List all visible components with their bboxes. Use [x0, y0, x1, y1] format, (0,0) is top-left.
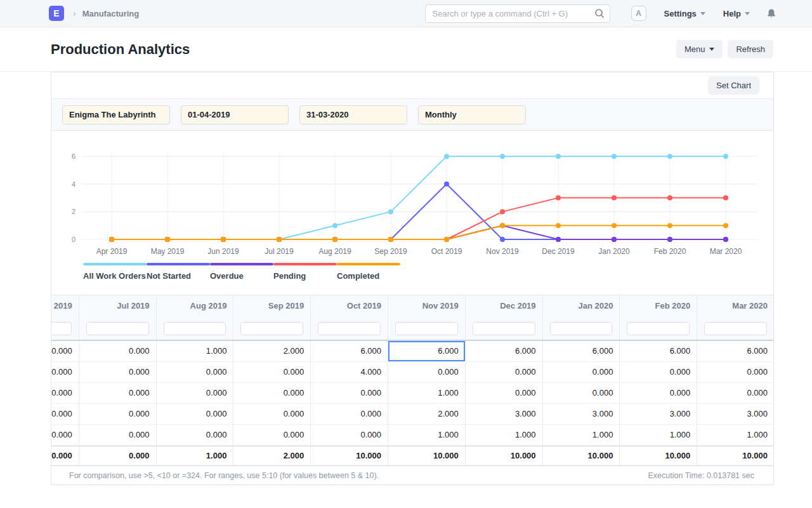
column-filter-input[interactable] [86, 322, 149, 335]
total-cell[interactable]: 1.000 [157, 446, 234, 465]
table-cell[interactable]: 0.000 [233, 383, 311, 403]
table-cell[interactable]: 6.000 [388, 341, 466, 361]
table-cell[interactable]: 0.000 [51, 341, 79, 361]
column-header[interactable]: Nov 2019 [388, 295, 466, 317]
column-filter-input[interactable] [395, 322, 458, 335]
help-menu[interactable]: Help [723, 9, 750, 18]
refresh-button[interactable]: Refresh [728, 40, 773, 58]
table-cell[interactable]: 0.000 [157, 425, 234, 445]
table-cell[interactable]: 0.000 [697, 362, 773, 382]
table-cell[interactable]: 0.000 [79, 425, 157, 445]
table-cell[interactable]: 0.000 [79, 404, 157, 424]
table-cell[interactable]: 1.000 [388, 383, 466, 403]
table-cell[interactable]: 6.000 [311, 341, 388, 361]
table-cell[interactable]: 0.000 [311, 404, 388, 424]
table-cell[interactable]: 6.000 [697, 341, 773, 361]
filter-cell [79, 317, 157, 340]
table-cell[interactable]: 0.000 [620, 362, 697, 382]
breadcrumb[interactable]: Manufacturing [82, 9, 140, 18]
table-cell[interactable]: 1.000 [157, 341, 234, 361]
legend-item[interactable]: Pending [273, 263, 337, 281]
column-filter-input[interactable] [473, 322, 535, 335]
legend-item[interactable]: Overdue [210, 263, 273, 281]
total-cell[interactable]: 0.000 [51, 446, 79, 465]
column-filter-input[interactable] [627, 322, 690, 335]
table-cell[interactable]: 3.000 [543, 404, 620, 424]
table-cell[interactable]: 0.000 [311, 425, 388, 445]
column-header[interactable]: Sep 2019 [233, 295, 311, 317]
legend-item[interactable]: Completed [337, 263, 400, 281]
table-cell[interactable]: 1.000 [388, 425, 466, 445]
table-cell[interactable]: 0.000 [388, 362, 466, 382]
settings-menu[interactable]: Settings [664, 9, 705, 18]
avatar[interactable]: A [631, 6, 646, 21]
total-cell[interactable]: 10.000 [543, 446, 620, 465]
table-cell[interactable]: 0.000 [620, 383, 697, 403]
notifications-bell-icon[interactable] [766, 8, 776, 19]
app-logo[interactable]: E [49, 6, 64, 21]
table-cell[interactable]: 0.000 [233, 404, 311, 424]
column-header[interactable]: Aug 2019 [157, 295, 234, 317]
table-cell[interactable]: 6.000 [466, 341, 543, 361]
table-cell[interactable]: 0.000 [466, 383, 543, 403]
table-cell[interactable]: 3.000 [697, 404, 773, 424]
table-cell[interactable]: 0.000 [79, 362, 157, 382]
filter-item[interactable] [62, 105, 170, 124]
filter-to-date[interactable] [299, 105, 407, 124]
table-cell[interactable]: 4.000 [311, 362, 388, 382]
table-cell[interactable]: 0.000 [233, 362, 311, 382]
column-header[interactable]: Mar 2020 [697, 295, 773, 317]
table-cell[interactable]: 0.000 [466, 362, 543, 382]
column-header[interactable]: Feb 2020 [620, 295, 697, 317]
table-cell[interactable]: 0.000 [233, 425, 311, 445]
table-cell[interactable]: 0.000 [543, 362, 620, 382]
column-filter-input[interactable] [164, 322, 226, 335]
column-filter-input[interactable] [550, 322, 613, 335]
legend-item[interactable]: All Work Orders [83, 263, 147, 281]
column-header[interactable]: Jul 2019 [79, 295, 157, 317]
column-header[interactable]: Oct 2019 [311, 295, 388, 317]
table-cell[interactable]: 2.000 [388, 404, 466, 424]
column-filter-input[interactable] [704, 322, 767, 335]
column-filter-input[interactable] [318, 322, 381, 335]
filter-frequency[interactable] [418, 105, 526, 124]
table-cell[interactable]: 1.000 [543, 425, 620, 445]
column-filter-input[interactable] [240, 322, 303, 335]
table-cell[interactable]: 0.000 [51, 404, 79, 424]
table-cell[interactable]: 0.000 [157, 362, 234, 382]
total-cell[interactable]: 10.000 [311, 446, 388, 465]
column-header[interactable]: Jun 2019 [51, 295, 79, 317]
search-input[interactable] [425, 4, 610, 23]
filter-from-date[interactable] [181, 105, 289, 124]
table-cell[interactable]: 6.000 [543, 341, 620, 361]
column-filter-input[interactable] [51, 322, 72, 335]
total-cell[interactable]: 10.000 [620, 446, 697, 465]
table-cell[interactable]: 3.000 [466, 404, 543, 424]
legend-item[interactable]: Not Started [147, 263, 210, 281]
column-header[interactable]: Jan 2020 [543, 295, 620, 317]
table-cell[interactable]: 2.000 [233, 341, 311, 361]
total-cell[interactable]: 10.000 [388, 446, 466, 465]
table-cell[interactable]: 0.000 [697, 383, 773, 403]
table-cell[interactable]: 0.000 [79, 383, 157, 403]
table-cell[interactable]: 0.000 [51, 425, 79, 445]
table-cell[interactable]: 1.000 [466, 425, 543, 445]
menu-button[interactable]: Menu [676, 40, 723, 58]
table-cell[interactable]: 0.000 [157, 383, 234, 403]
total-cell[interactable]: 0.000 [79, 446, 157, 465]
total-cell[interactable]: 10.000 [697, 446, 773, 465]
table-cell[interactable]: 0.000 [79, 341, 157, 361]
table-cell[interactable]: 6.000 [620, 341, 697, 361]
table-cell[interactable]: 0.000 [157, 404, 234, 424]
column-header[interactable]: Dec 2019 [466, 295, 543, 317]
set-chart-button[interactable]: Set Chart [708, 76, 759, 95]
table-cell[interactable]: 1.000 [697, 425, 773, 445]
total-cell[interactable]: 10.000 [466, 446, 543, 465]
table-cell[interactable]: 0.000 [51, 383, 79, 403]
table-cell[interactable]: 3.000 [620, 404, 697, 424]
table-cell[interactable]: 1.000 [620, 425, 697, 445]
table-cell[interactable]: 0.000 [51, 362, 79, 382]
table-cell[interactable]: 0.000 [543, 383, 620, 403]
total-cell[interactable]: 2.000 [233, 446, 311, 465]
table-cell[interactable]: 0.000 [311, 383, 388, 403]
